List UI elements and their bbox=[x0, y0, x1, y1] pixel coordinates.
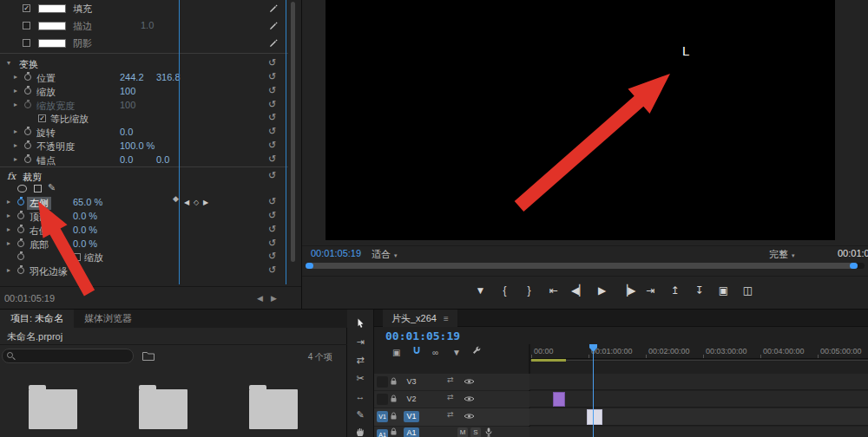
track-v1-content[interactable] bbox=[529, 408, 868, 426]
timeline-ruler[interactable]: 00:00 00:01:00:00 00:02:00:00 00:03:00:0… bbox=[529, 344, 868, 359]
reset-icon[interactable]: ↺ bbox=[268, 251, 276, 262]
ellipse-mask-icon[interactable] bbox=[17, 185, 27, 192]
reset-icon[interactable]: ↺ bbox=[268, 210, 276, 221]
shadow-color-swatch[interactable] bbox=[38, 39, 66, 48]
stopwatch-icon[interactable] bbox=[24, 142, 31, 149]
rectangle-mask-icon[interactable] bbox=[34, 185, 42, 192]
ec-scroll-left-icon[interactable]: ◀ bbox=[257, 294, 263, 303]
playback-resolution-dropdown[interactable]: 完整▾ bbox=[769, 248, 795, 261]
selection-tool[interactable] bbox=[357, 318, 365, 329]
pen-mask-icon[interactable]: ✎ bbox=[48, 182, 56, 193]
stopwatch-icon[interactable] bbox=[24, 128, 31, 135]
mute-button[interactable]: M bbox=[457, 427, 468, 437]
tab-media-browser[interactable]: 媒体浏览器 bbox=[74, 310, 142, 328]
monitor-zoom-scrollbar[interactable] bbox=[302, 263, 868, 270]
twirl-closed-icon[interactable]: ▸ bbox=[7, 225, 10, 233]
track-header-v3[interactable]: V3 ⇄ bbox=[374, 374, 529, 390]
sequence-tab[interactable]: 片头_x264≡ bbox=[383, 310, 457, 327]
slip-tool[interactable]: ↔ bbox=[356, 391, 365, 402]
vertical-scrollbar[interactable] bbox=[291, 2, 295, 262]
twirl-closed-icon[interactable]: ▸ bbox=[14, 87, 17, 95]
anchor-x-value[interactable]: 0.0 bbox=[120, 154, 133, 165]
bin-icon[interactable] bbox=[142, 351, 155, 361]
tab-project[interactable]: 项目: 未命名 bbox=[0, 310, 74, 328]
effect-controls-timecode[interactable]: 00:01:05:19 bbox=[4, 293, 55, 303]
go-to-out-button[interactable]: ⇥ bbox=[644, 284, 657, 297]
stopwatch-icon-active[interactable] bbox=[17, 199, 24, 205]
voiceover-mic-icon[interactable] bbox=[485, 427, 492, 437]
mark-out-button[interactable]: } bbox=[523, 284, 536, 297]
project-file-row[interactable]: 未命名.prproj bbox=[0, 328, 347, 345]
reset-icon[interactable]: ↺ bbox=[268, 170, 276, 181]
track-select-forward-tool[interactable]: ⇥ bbox=[356, 336, 364, 348]
twirl-closed-icon[interactable]: ▸ bbox=[7, 239, 10, 247]
panel-menu-icon[interactable]: ≡ bbox=[444, 314, 449, 323]
crop-zoom-checkbox[interactable] bbox=[73, 253, 81, 261]
sync-lock-icon[interactable]: ⇄ bbox=[447, 393, 454, 401]
track-target-badge[interactable]: A1 bbox=[404, 427, 419, 437]
export-frame-button[interactable]: ▣ bbox=[717, 284, 730, 297]
play-button[interactable]: ▶ bbox=[595, 284, 608, 297]
monitor-timecode[interactable]: 00:01:05:19 bbox=[311, 248, 361, 258]
crop-bottom-value[interactable]: 0.0 % bbox=[73, 238, 97, 249]
lock-icon[interactable] bbox=[390, 377, 398, 386]
source-patch[interactable] bbox=[377, 394, 388, 405]
folder-item[interactable] bbox=[139, 389, 187, 429]
track-header-v2[interactable]: V2 ⇄ bbox=[374, 391, 529, 408]
track-v3-content[interactable] bbox=[529, 374, 868, 390]
program-video-frame[interactable]: L bbox=[326, 0, 835, 240]
twirl-closed-icon[interactable]: ▸ bbox=[7, 212, 10, 219]
track-output-eye-icon[interactable] bbox=[464, 378, 475, 385]
search-input[interactable] bbox=[18, 350, 129, 362]
comparison-view-button[interactable]: ◫ bbox=[741, 284, 754, 297]
position-y-value[interactable]: 316.8 bbox=[156, 72, 181, 82]
twirl-closed-icon[interactable]: ▸ bbox=[14, 101, 17, 108]
stroke-color-swatch[interactable] bbox=[38, 22, 66, 30]
ec-scroll-right-icon[interactable]: ▶ bbox=[271, 294, 277, 303]
prev-keyframe-icon[interactable]: ◀ bbox=[184, 199, 189, 206]
track-output-eye-icon[interactable] bbox=[464, 395, 475, 402]
go-to-in-button[interactable]: ⇤ bbox=[547, 284, 560, 297]
scale-value[interactable]: 100 bbox=[120, 86, 135, 96]
fill-enable-checkbox[interactable]: ✓ bbox=[23, 4, 30, 12]
zoom-fit-dropdown[interactable]: 适合▾ bbox=[372, 248, 398, 261]
eyedropper-icon[interactable] bbox=[269, 39, 278, 48]
timeline-settings-wrench-icon[interactable] bbox=[472, 346, 481, 355]
insert-overwrite-nest-icon[interactable]: ▣ bbox=[392, 348, 400, 357]
track-output-eye-icon[interactable] bbox=[464, 413, 475, 420]
stroke-width-value[interactable]: 1.0 bbox=[141, 20, 154, 30]
crop-left-value[interactable]: 65.0 % bbox=[73, 197, 102, 207]
anchor-y-value[interactable]: 0.0 bbox=[156, 154, 169, 165]
track-target-badge[interactable]: V1 bbox=[404, 411, 419, 422]
step-back-button[interactable]: ◀▏ bbox=[571, 284, 584, 297]
reset-icon[interactable]: ↺ bbox=[268, 71, 276, 82]
sync-lock-icon[interactable]: ⇄ bbox=[447, 375, 454, 384]
pen-tool[interactable]: ✎ bbox=[356, 409, 364, 421]
transform-header-label[interactable]: 变换 bbox=[19, 58, 38, 71]
twirl-closed-icon[interactable]: ▸ bbox=[14, 141, 17, 149]
track-v2-content[interactable] bbox=[529, 391, 868, 408]
reset-icon[interactable]: ↺ bbox=[268, 140, 276, 151]
reset-icon[interactable]: ↺ bbox=[268, 57, 276, 68]
stopwatch-icon[interactable] bbox=[17, 267, 24, 274]
reset-icon[interactable]: ↺ bbox=[268, 224, 276, 235]
twirl-closed-icon[interactable]: ▸ bbox=[7, 266, 10, 274]
shadow-enable-checkbox[interactable] bbox=[23, 39, 30, 47]
reset-icon[interactable]: ↺ bbox=[268, 112, 276, 123]
ripple-edit-tool[interactable]: ⇄ bbox=[356, 355, 364, 366]
reset-icon[interactable]: ↺ bbox=[268, 238, 276, 249]
twirl-closed-icon[interactable]: ▸ bbox=[14, 73, 17, 81]
track-header-v1[interactable]: V1 V1 ⇄ bbox=[374, 408, 529, 426]
mark-in-button[interactable]: { bbox=[498, 284, 511, 297]
twirl-closed-icon[interactable]: ▸ bbox=[14, 155, 17, 163]
twirl-closed-icon[interactable]: ▸ bbox=[14, 127, 17, 135]
stopwatch-icon[interactable] bbox=[17, 212, 24, 219]
next-keyframe-icon[interactable]: ▶ bbox=[203, 199, 208, 206]
twirl-open-icon[interactable]: ▾ bbox=[7, 59, 10, 67]
stopwatch-icon[interactable] bbox=[17, 253, 24, 260]
reset-icon[interactable]: ↺ bbox=[268, 126, 276, 137]
stopwatch-icon[interactable] bbox=[17, 240, 24, 247]
hand-tool[interactable] bbox=[356, 427, 365, 437]
timeline-timecode[interactable]: 00:01:05:19 bbox=[385, 329, 460, 342]
stopwatch-icon[interactable] bbox=[17, 226, 24, 233]
